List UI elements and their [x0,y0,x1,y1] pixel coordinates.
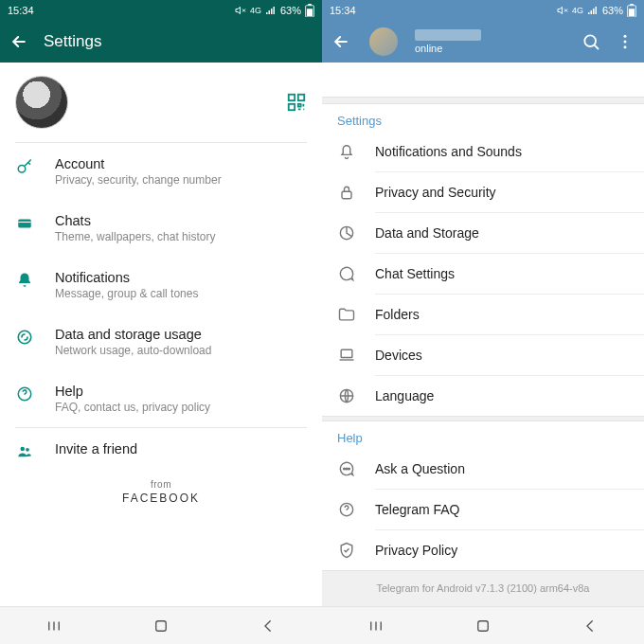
chat-bubble-icon [337,264,356,283]
help-icon [16,385,33,402]
signal-icon [587,6,599,15]
svg-point-19 [624,45,627,48]
message-icon [337,459,356,478]
tg-item-data[interactable]: Data and Storage [322,213,644,253]
item-label: Chat Settings [375,266,455,281]
nav-home[interactable] [430,617,536,635]
tg-item-notifications[interactable]: Notifications and Sounds [322,132,644,171]
item-sub: FAQ, contact us, privacy policy [55,401,210,414]
pie-icon [337,224,356,242]
app-bar: online [322,21,644,63]
laptop-icon [337,346,356,365]
svg-rect-15 [629,9,635,16]
from-label: from [0,479,322,490]
status-bar: 15:34 4G 63% [322,0,644,21]
tg-item-language[interactable]: Language [322,376,644,416]
svg-rect-7 [18,220,31,228]
svg-rect-4 [298,95,304,100]
item-sub: Network usage, auto-download [55,344,211,357]
item-label: Folders [375,307,420,322]
item-label: Data and storage usage [55,327,211,342]
svg-point-10 [21,447,26,452]
tg-item-faq[interactable]: Telegram FAQ [322,490,644,529]
settings-item-account[interactable]: AccountPrivacy, security, change number [0,143,322,200]
svg-rect-2 [307,9,313,16]
tg-item-ask[interactable]: Ask a Question [322,449,644,489]
data-icon [16,329,33,346]
settings-item-notifications[interactable]: NotificationsMessage, group & call tones [0,257,322,313]
nav-back[interactable] [215,617,321,635]
nav-bar [0,606,322,644]
svg-rect-12 [156,620,167,631]
nav-home[interactable] [108,617,214,635]
chat-icon [16,215,33,232]
svg-rect-22 [341,349,352,357]
svg-point-6 [18,166,26,173]
svg-rect-1 [308,4,312,6]
item-label: Privacy Policy [375,543,457,558]
item-label: Chats [55,213,215,228]
user-status: online [415,43,481,54]
settings-item-data[interactable]: Data and storage usageNetwork usage, aut… [0,313,322,370]
settings-item-help[interactable]: HelpFAQ, contact us, privacy policy [0,370,322,427]
svg-point-26 [349,468,350,470]
avatar[interactable] [15,76,68,129]
item-label: Notifications and Sounds [375,144,522,159]
tg-item-privacy[interactable]: Privacy and Security [322,172,644,212]
tg-item-chat[interactable]: Chat Settings [322,254,644,294]
back-icon[interactable] [9,32,28,51]
item-label: Account [55,156,222,171]
shield-icon [337,541,356,560]
item-label: Invite a friend [55,441,137,456]
svg-point-16 [584,35,596,46]
nav-recents[interactable] [1,617,107,635]
svg-point-24 [344,468,346,470]
svg-rect-20 [342,191,351,199]
item-label: Language [375,388,434,403]
svg-rect-5 [289,104,295,110]
more-icon[interactable] [616,32,635,51]
tg-item-folders[interactable]: Folders [322,295,644,334]
status-bar: 15:34 4G 63% [0,0,322,21]
section-settings: Settings [322,104,644,132]
item-label: Telegram FAQ [375,502,459,517]
nav-bar [322,606,644,644]
qr-icon[interactable] [286,92,307,113]
settings-item-invite[interactable]: Invite a friend [0,428,322,474]
section-help: Help [322,421,644,449]
mute-icon [235,5,246,16]
page-title: Settings [44,32,101,51]
svg-rect-3 [289,95,295,100]
globe-icon [337,386,356,405]
item-label: Devices [375,348,422,363]
tg-item-devices[interactable]: Devices [322,335,644,375]
profile-row[interactable] [0,63,322,142]
item-sub: Message, group & call tones [55,287,198,300]
nav-back[interactable] [537,617,643,635]
svg-point-8 [18,331,31,344]
key-icon [16,158,33,175]
back-icon[interactable] [331,32,350,51]
status-battery: 63% [280,5,301,16]
status-time: 15:34 [330,5,356,16]
bell-icon [16,272,33,289]
battery-icon [627,4,636,17]
help-icon [337,500,356,519]
item-label: Help [55,384,210,399]
status-battery: 63% [602,5,623,16]
tg-item-policy[interactable]: Privacy Policy [322,530,644,570]
item-sub: Privacy, security, change number [55,173,222,187]
signal-icon [265,6,277,15]
nav-recents[interactable] [323,617,429,635]
svg-rect-28 [478,620,489,631]
item-label: Data and Storage [375,225,479,241]
settings-item-chats[interactable]: ChatsTheme, wallpapers, chat history [0,200,322,257]
folder-icon [337,305,356,324]
search-icon[interactable] [581,32,600,51]
version-label: Telegram for Android v7.1.3 (2100) arm64… [322,570,644,606]
avatar[interactable] [369,27,398,56]
svg-point-17 [624,35,627,38]
svg-point-18 [624,41,627,44]
mute-icon [557,5,568,16]
username-redacted [415,29,481,41]
